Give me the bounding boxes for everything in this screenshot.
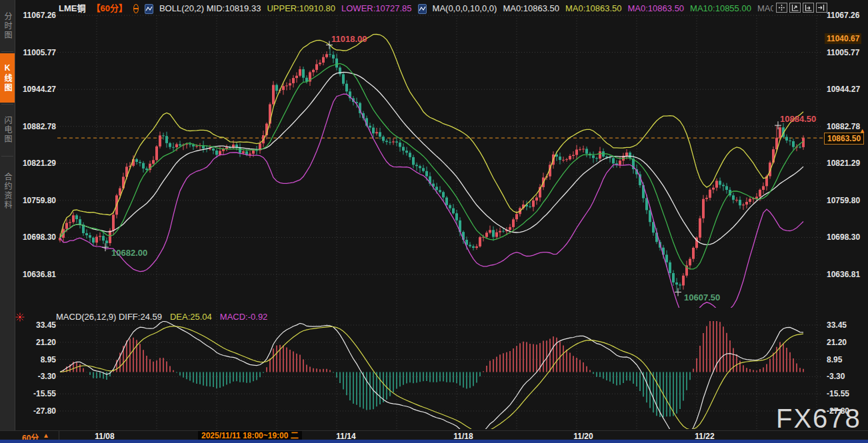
ma-value: MA0:10863.50 (503, 3, 559, 14)
boll-upper-value: UPPER:10910.80 (267, 3, 335, 14)
macd-settings-icon[interactable] (15, 312, 25, 324)
ma-value: MA10:10855.00 (690, 3, 751, 14)
ma-indicator-icon[interactable] (418, 4, 427, 14)
ma-value: MA0:10863.50 (628, 3, 685, 14)
sidebar-separator (1, 156, 13, 157)
axis-label: 10821.29 (827, 159, 867, 168)
axis-label: 8.95 (827, 355, 867, 364)
chart-toolbar (776, 3, 827, 13)
period-menu-icon[interactable] (133, 4, 139, 13)
axis-label: 10698.30 (16, 232, 56, 242)
axis-label: -15.55 (16, 389, 56, 398)
sidebar-tab-time-chart[interactable]: 分时图 (0, 3, 15, 49)
price-up-arrow-icon: ▲ (859, 127, 865, 134)
axis-label: -3.30 (16, 372, 56, 381)
axis-label: 8.95 (16, 355, 56, 364)
axis-label: 11005.77 (827, 48, 867, 57)
axis-label: 10636.81 (827, 270, 867, 279)
axis-label: 10944.27 (16, 85, 56, 94)
ma-value: MA0:10863.50 (565, 3, 622, 14)
sidebar-separator (1, 51, 13, 52)
macd-indicator-header: MACD(26,12,9) DIFF:24.59 DEA:25.04 MACD:… (56, 312, 267, 322)
bottom-accent-bar (0, 440, 868, 443)
axis-label: 33.45 (827, 320, 867, 330)
price-chart[interactable] (0, 0, 868, 443)
sidebar-separator (1, 104, 13, 105)
symbol-name: LME铜 (59, 3, 85, 14)
ma-values: MA0:10863.50MA0:10863.50MA0:10863.50MA10… (503, 3, 773, 14)
ma-value: MA0:108 (757, 3, 773, 14)
watermark: FX678 (776, 404, 861, 433)
status-divider (59, 431, 59, 440)
trading-terminal: 分时图 K线图 闪电图 合约资料 LME铜 【60分】 BOLL(20,2) M… (0, 0, 868, 443)
macd-dea-value: DEA:25.04 (170, 312, 212, 322)
ma-group-label: MA(0,0,0,10,0,0) (433, 3, 497, 14)
sidebar-tab-kline-chart[interactable]: K线图 (0, 53, 15, 103)
sidebar-tab-contract-info[interactable]: 合约资料 (0, 158, 15, 224)
session-high-label: 11040.67 (825, 33, 861, 44)
period-up-icon[interactable]: ▲ (43, 432, 49, 439)
jump-latest-icon[interactable] (816, 3, 827, 13)
axis-label: 21.20 (16, 338, 56, 347)
axis-label: 10759.80 (16, 196, 56, 205)
macd-diff-value: MACD(26,12,9) DIFF:24.59 (56, 312, 162, 322)
axis-label: -27.80 (16, 406, 56, 416)
move-tool-icon[interactable] (776, 3, 787, 13)
axis-label: 10759.80 (827, 196, 867, 205)
axis-label: 10698.30 (827, 232, 867, 242)
boll-lower-value: LOWER:10727.85 (341, 3, 412, 14)
sidebar: 分时图 K线图 闪电图 合约资料 (0, 0, 15, 440)
scale-axis-icon[interactable] (789, 3, 801, 13)
pan-chart-icon[interactable] (803, 3, 814, 13)
axis-label: 10636.81 (16, 270, 56, 279)
low-price-annotation: 10682.00 (111, 248, 147, 258)
axis-label: 10882.78 (16, 122, 56, 131)
high-price-annotation: 11018.00 (331, 34, 367, 44)
axis-label: 10944.27 (827, 85, 867, 94)
axis-label: 11067.26 (16, 11, 56, 20)
axis-label: 11067.26 (827, 11, 867, 20)
period-label: 【60分】 (91, 3, 127, 14)
low-price-annotation: 10607.50 (684, 292, 720, 302)
hover-datetime-label: 2025/11/11 18:00~19:00 二 (198, 431, 302, 440)
axis-label: 10821.29 (16, 159, 56, 168)
axis-label: -3.30 (827, 372, 867, 381)
current-price-box: 10863.50 (824, 133, 864, 145)
boll-indicator-icon[interactable] (145, 4, 153, 14)
axis-label: 11005.77 (16, 48, 56, 57)
axis-label: -15.55 (827, 389, 867, 398)
status-bar: 60分 ▲ 11/0811/1411/1811/2011/22 2025/11/… (0, 430, 868, 440)
indicator-header: LME铜 【60分】 BOLL(20,2) MID:10819.33 UPPER… (59, 3, 773, 14)
boll-values: BOLL(20,2) MID:10819.33 (159, 3, 261, 14)
sidebar-tab-flash-chart[interactable]: 闪电图 (0, 106, 15, 154)
macd-hist-value: MACD:-0.92 (220, 312, 268, 322)
high-price-annotation: 10884.50 (780, 114, 816, 124)
axis-label: 21.20 (827, 338, 867, 347)
